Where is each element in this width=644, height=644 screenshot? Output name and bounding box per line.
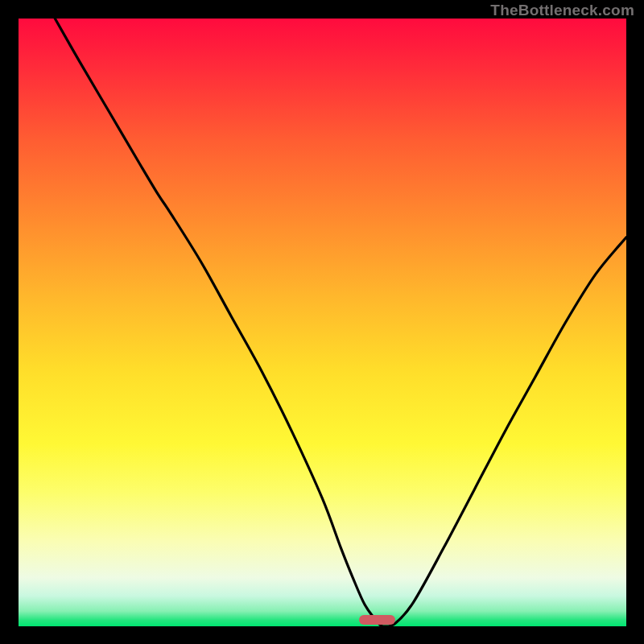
plot-area	[19, 19, 626, 626]
watermark-text: TheBottleneck.com	[490, 2, 634, 19]
bottleneck-curve	[19, 19, 626, 626]
minimum-marker	[359, 615, 395, 625]
chart-frame: TheBottleneck.com	[0, 0, 644, 644]
